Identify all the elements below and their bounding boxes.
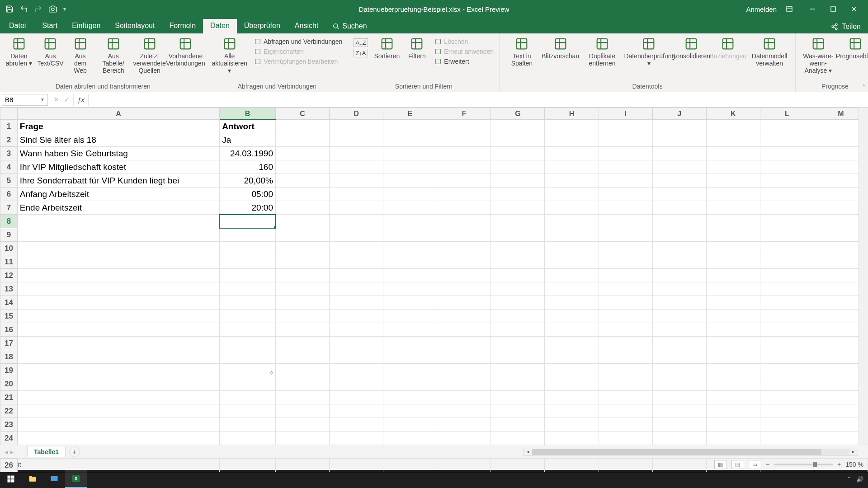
cell-A8[interactable] xyxy=(17,215,219,228)
cell-H15[interactable] xyxy=(545,310,599,323)
cell-E1[interactable] xyxy=(383,120,437,133)
tab-daten[interactable]: Daten xyxy=(203,19,237,33)
vertical-scrollbar[interactable] xyxy=(859,108,868,445)
cell-F4[interactable] xyxy=(437,160,491,174)
cell-C20[interactable] xyxy=(275,377,329,391)
col-header-E[interactable]: E xyxy=(383,108,437,120)
cell-F16[interactable] xyxy=(437,323,491,337)
cell-F24[interactable] xyxy=(437,432,491,445)
cell-C12[interactable] xyxy=(275,269,329,282)
cell-H1[interactable] xyxy=(545,120,599,133)
row-header-21[interactable]: 21 xyxy=(0,391,18,404)
cell-D6[interactable] xyxy=(330,188,383,201)
cell-K22[interactable] xyxy=(706,404,760,418)
cell-J23[interactable] xyxy=(652,418,706,432)
cell-L24[interactable] xyxy=(760,432,814,445)
cell-K12[interactable] xyxy=(706,269,760,282)
cell-F14[interactable] xyxy=(437,296,491,310)
cell-L3[interactable] xyxy=(760,147,814,160)
cell-J22[interactable] xyxy=(652,404,706,418)
tab-seitenlayout[interactable]: Seitenlayout xyxy=(108,19,162,33)
col-header-D[interactable]: D xyxy=(330,108,383,120)
cell-A12[interactable] xyxy=(17,269,219,282)
cell-G26[interactable] xyxy=(491,459,545,472)
cell-G18[interactable] xyxy=(491,350,545,364)
cell-I10[interactable] xyxy=(599,242,652,255)
cell-A3[interactable]: Wann haben Sie Geburtstag xyxy=(17,147,219,160)
cell-K15[interactable] xyxy=(706,310,760,323)
cell-A26[interactable] xyxy=(17,459,219,472)
cell-G22[interactable] xyxy=(491,404,545,418)
cell-G8[interactable] xyxy=(491,215,545,228)
cell-J19[interactable] xyxy=(652,364,706,377)
cell-E2[interactable] xyxy=(383,133,437,147)
row-header-20[interactable]: 20 xyxy=(0,377,18,391)
cell-J17[interactable] xyxy=(652,337,706,350)
cell-A10[interactable] xyxy=(17,242,219,255)
cell-B23[interactable] xyxy=(220,418,276,432)
cell-L22[interactable] xyxy=(760,404,814,418)
cell-I26[interactable] xyxy=(599,459,652,472)
cell-K5[interactable] xyxy=(706,174,760,188)
cell-B4[interactable]: 160 xyxy=(220,160,276,174)
cell-G24[interactable] xyxy=(491,432,545,445)
ribbon-btn-prognoseblatt[interactable]: Prognoseblatt xyxy=(840,35,868,61)
cell-E23[interactable] xyxy=(383,418,437,432)
close-button[interactable] xyxy=(844,0,864,18)
cell-L11[interactable] xyxy=(760,255,814,269)
cell-J13[interactable] xyxy=(652,282,706,296)
cell-B13[interactable] xyxy=(220,282,276,296)
start-button[interactable] xyxy=(0,470,22,488)
cell-A18[interactable] xyxy=(17,350,219,364)
row-header-14[interactable]: 14 xyxy=(0,296,18,310)
cell-E10[interactable] xyxy=(383,242,437,255)
cell-E12[interactable] xyxy=(383,269,437,282)
cell-E22[interactable] xyxy=(383,404,437,418)
scroll-right-icon[interactable]: ▸ xyxy=(849,449,858,455)
tab-start[interactable]: Start xyxy=(35,19,65,33)
cell-H3[interactable] xyxy=(545,147,599,160)
sign-in-link[interactable]: Anmelden xyxy=(746,5,777,13)
cell-E11[interactable] xyxy=(383,255,437,269)
ribbon-btn-aus-tabelle-bereich[interactable]: Aus Tabelle/ Bereich xyxy=(97,35,130,75)
cell-H2[interactable] xyxy=(545,133,599,147)
cell-J6[interactable] xyxy=(652,188,706,201)
cell-H14[interactable] xyxy=(545,296,599,310)
cell-A5[interactable]: Ihre Sonderrabatt für VIP Kunden liegt b… xyxy=(17,174,219,188)
row-header-1[interactable]: 1 xyxy=(0,120,18,133)
cell-H9[interactable] xyxy=(545,228,599,242)
ribbon-btn-duplikate-entfernen[interactable]: Duplikate entfernen xyxy=(580,35,624,68)
cell-H18[interactable] xyxy=(545,350,599,364)
cell-D3[interactable] xyxy=(330,147,383,160)
row-header-12[interactable]: 12 xyxy=(0,269,18,282)
cell-F23[interactable] xyxy=(437,418,491,432)
ribbon-row-erweitert[interactable]: Erweitert xyxy=(432,57,495,66)
row-header-13[interactable]: 13 xyxy=(0,282,18,296)
cell-I14[interactable] xyxy=(599,296,652,310)
cell-J3[interactable] xyxy=(652,147,706,160)
cell-K16[interactable] xyxy=(706,323,760,337)
cell-H17[interactable] xyxy=(545,337,599,350)
cell-G19[interactable] xyxy=(491,364,545,377)
cell-F17[interactable] xyxy=(437,337,491,350)
tab-datei[interactable]: Datei xyxy=(0,19,35,33)
cell-G17[interactable] xyxy=(491,337,545,350)
col-header-C[interactable]: C xyxy=(275,108,329,120)
row-header-8[interactable]: 8 xyxy=(0,215,18,228)
col-header-A[interactable]: A xyxy=(17,108,219,120)
cell-E7[interactable] xyxy=(383,201,437,215)
undo-icon[interactable] xyxy=(20,5,28,13)
cell-E3[interactable] xyxy=(383,147,437,160)
cell-B7[interactable]: 20:00 xyxy=(220,201,276,215)
ribbon-btn-sortieren[interactable]: Sortieren xyxy=(373,35,402,61)
cell-E21[interactable] xyxy=(383,391,437,404)
row-header-18[interactable]: 18 xyxy=(0,350,18,364)
cell-H23[interactable] xyxy=(545,418,599,432)
cell-D26[interactable] xyxy=(330,459,383,472)
cell-B6[interactable]: 05:00 xyxy=(220,188,276,201)
cell-A11[interactable] xyxy=(17,255,219,269)
ribbon-btn-aus-dem-web[interactable]: Aus dem Web xyxy=(66,35,94,75)
cell-C9[interactable] xyxy=(275,228,329,242)
col-header-I[interactable]: I xyxy=(599,108,652,120)
cell-B1[interactable]: Antwort xyxy=(220,120,276,133)
